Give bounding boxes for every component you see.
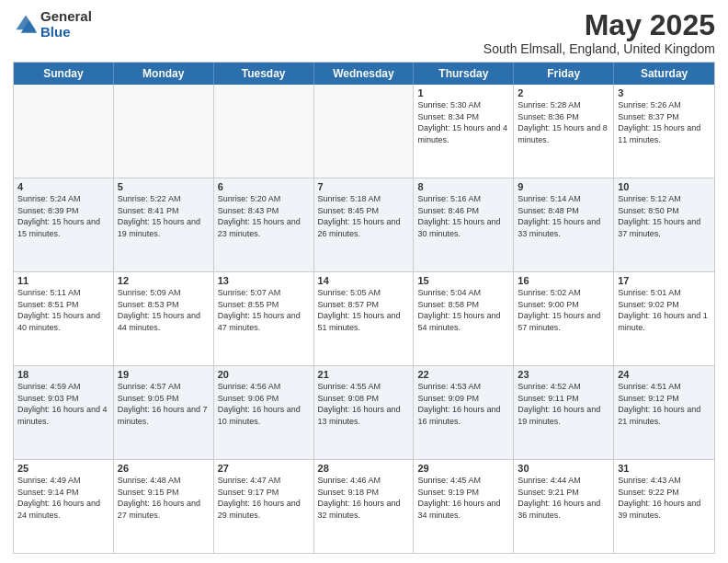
day-info: Sunrise: 5:12 AM Sunset: 8:50 PM Dayligh… xyxy=(618,193,711,239)
day-info: Sunrise: 4:43 AM Sunset: 9:22 PM Dayligh… xyxy=(618,475,711,521)
day-number: 12 xyxy=(118,275,210,286)
day-info: Sunrise: 4:53 AM Sunset: 9:09 PM Dayligh… xyxy=(417,381,509,427)
day-info: Sunrise: 4:46 AM Sunset: 9:18 PM Dayligh… xyxy=(318,475,410,521)
title-block: May 2025 South Elmsall, England, United … xyxy=(483,9,715,56)
day-number: 15 xyxy=(417,275,509,286)
day-info: Sunrise: 4:52 AM Sunset: 9:11 PM Dayligh… xyxy=(518,381,609,427)
day-info: Sunrise: 5:02 AM Sunset: 9:00 PM Dayligh… xyxy=(518,287,609,333)
header-cell-wednesday: Wednesday xyxy=(314,63,415,85)
day-info: Sunrise: 5:26 AM Sunset: 8:37 PM Dayligh… xyxy=(618,99,711,145)
calendar: SundayMondayTuesdayWednesdayThursdayFrid… xyxy=(13,62,715,554)
page: General Blue May 2025 South Elmsall, Eng… xyxy=(0,0,728,563)
day-number: 8 xyxy=(417,181,509,192)
day-number: 18 xyxy=(17,369,109,380)
header-cell-saturday: Saturday xyxy=(614,63,714,85)
day-number: 10 xyxy=(618,181,711,192)
day-number: 31 xyxy=(618,463,711,474)
calendar-cell: 1Sunrise: 5:30 AM Sunset: 8:34 PM Daylig… xyxy=(414,85,514,178)
day-number: 21 xyxy=(318,369,410,380)
logo: General Blue xyxy=(13,9,92,40)
day-number: 5 xyxy=(118,181,210,192)
day-number: 25 xyxy=(17,463,109,474)
day-number: 2 xyxy=(518,87,609,98)
day-info: Sunrise: 5:30 AM Sunset: 8:34 PM Dayligh… xyxy=(417,99,509,145)
logo-text: General Blue xyxy=(40,9,92,40)
day-number: 13 xyxy=(218,275,310,286)
calendar-cell: 29Sunrise: 4:45 AM Sunset: 9:19 PM Dayli… xyxy=(414,460,514,553)
calendar-header: SundayMondayTuesdayWednesdayThursdayFrid… xyxy=(14,63,714,85)
calendar-body: 1Sunrise: 5:30 AM Sunset: 8:34 PM Daylig… xyxy=(14,85,714,553)
calendar-cell: 31Sunrise: 4:43 AM Sunset: 9:22 PM Dayli… xyxy=(614,460,714,553)
day-info: Sunrise: 4:49 AM Sunset: 9:14 PM Dayligh… xyxy=(17,475,109,521)
day-number: 20 xyxy=(218,369,310,380)
day-number: 19 xyxy=(118,369,210,380)
day-info: Sunrise: 4:56 AM Sunset: 9:06 PM Dayligh… xyxy=(218,381,310,427)
calendar-cell: 13Sunrise: 5:07 AM Sunset: 8:55 PM Dayli… xyxy=(214,272,314,365)
calendar-cell xyxy=(314,85,415,178)
day-number: 28 xyxy=(318,463,410,474)
day-number: 11 xyxy=(17,275,109,286)
day-info: Sunrise: 5:01 AM Sunset: 9:02 PM Dayligh… xyxy=(618,287,711,333)
calendar-cell: 4Sunrise: 5:24 AM Sunset: 8:39 PM Daylig… xyxy=(14,178,114,271)
calendar-cell: 6Sunrise: 5:20 AM Sunset: 8:43 PM Daylig… xyxy=(214,178,314,271)
day-number: 29 xyxy=(417,463,509,474)
day-number: 16 xyxy=(518,275,609,286)
day-number: 23 xyxy=(518,369,609,380)
calendar-cell: 11Sunrise: 5:11 AM Sunset: 8:51 PM Dayli… xyxy=(14,272,114,365)
calendar-cell: 8Sunrise: 5:16 AM Sunset: 8:46 PM Daylig… xyxy=(414,178,514,271)
calendar-cell: 15Sunrise: 5:04 AM Sunset: 8:58 PM Dayli… xyxy=(414,272,514,365)
day-info: Sunrise: 4:47 AM Sunset: 9:17 PM Dayligh… xyxy=(218,475,310,521)
logo-general-text: General xyxy=(40,9,92,25)
calendar-cell: 21Sunrise: 4:55 AM Sunset: 9:08 PM Dayli… xyxy=(314,366,415,459)
calendar-cell: 28Sunrise: 4:46 AM Sunset: 9:18 PM Dayli… xyxy=(314,460,415,553)
calendar-cell: 17Sunrise: 5:01 AM Sunset: 9:02 PM Dayli… xyxy=(614,272,714,365)
day-info: Sunrise: 4:48 AM Sunset: 9:15 PM Dayligh… xyxy=(118,475,210,521)
header-cell-sunday: Sunday xyxy=(14,63,114,85)
day-number: 27 xyxy=(218,463,310,474)
calendar-cell: 7Sunrise: 5:18 AM Sunset: 8:45 PM Daylig… xyxy=(314,178,415,271)
header-cell-monday: Monday xyxy=(114,63,214,85)
day-info: Sunrise: 5:11 AM Sunset: 8:51 PM Dayligh… xyxy=(17,287,109,333)
logo-icon xyxy=(13,12,39,38)
calendar-cell: 24Sunrise: 4:51 AM Sunset: 9:12 PM Dayli… xyxy=(614,366,714,459)
calendar-row: 18Sunrise: 4:59 AM Sunset: 9:03 PM Dayli… xyxy=(14,365,714,459)
calendar-cell: 27Sunrise: 4:47 AM Sunset: 9:17 PM Dayli… xyxy=(214,460,314,553)
calendar-cell: 20Sunrise: 4:56 AM Sunset: 9:06 PM Dayli… xyxy=(214,366,314,459)
day-info: Sunrise: 5:22 AM Sunset: 8:41 PM Dayligh… xyxy=(118,193,210,239)
day-number: 14 xyxy=(318,275,410,286)
header-cell-friday: Friday xyxy=(514,63,614,85)
day-info: Sunrise: 5:16 AM Sunset: 8:46 PM Dayligh… xyxy=(417,193,509,239)
calendar-row: 4Sunrise: 5:24 AM Sunset: 8:39 PM Daylig… xyxy=(14,178,714,271)
calendar-cell xyxy=(214,85,314,178)
day-number: 7 xyxy=(318,181,410,192)
day-info: Sunrise: 4:44 AM Sunset: 9:21 PM Dayligh… xyxy=(518,475,609,521)
day-info: Sunrise: 5:07 AM Sunset: 8:55 PM Dayligh… xyxy=(218,287,310,333)
calendar-cell: 30Sunrise: 4:44 AM Sunset: 9:21 PM Dayli… xyxy=(514,460,614,553)
calendar-cell: 12Sunrise: 5:09 AM Sunset: 8:53 PM Dayli… xyxy=(114,272,214,365)
day-info: Sunrise: 4:59 AM Sunset: 9:03 PM Dayligh… xyxy=(17,381,109,427)
day-info: Sunrise: 5:09 AM Sunset: 8:53 PM Dayligh… xyxy=(118,287,210,333)
day-info: Sunrise: 4:57 AM Sunset: 9:05 PM Dayligh… xyxy=(118,381,210,427)
day-number: 24 xyxy=(618,369,711,380)
calendar-cell: 5Sunrise: 5:22 AM Sunset: 8:41 PM Daylig… xyxy=(114,178,214,271)
day-number: 4 xyxy=(17,181,109,192)
day-number: 1 xyxy=(417,87,509,98)
calendar-subtitle: South Elmsall, England, United Kingdom xyxy=(483,41,715,56)
day-number: 22 xyxy=(417,369,509,380)
header-cell-thursday: Thursday xyxy=(414,63,514,85)
calendar-cell: 2Sunrise: 5:28 AM Sunset: 8:36 PM Daylig… xyxy=(514,85,614,178)
calendar-row: 25Sunrise: 4:49 AM Sunset: 9:14 PM Dayli… xyxy=(14,459,714,553)
day-info: Sunrise: 4:45 AM Sunset: 9:19 PM Dayligh… xyxy=(417,475,509,521)
calendar-cell: 9Sunrise: 5:14 AM Sunset: 8:48 PM Daylig… xyxy=(514,178,614,271)
calendar-cell: 26Sunrise: 4:48 AM Sunset: 9:15 PM Dayli… xyxy=(114,460,214,553)
day-number: 3 xyxy=(618,87,711,98)
header-cell-tuesday: Tuesday xyxy=(214,63,314,85)
calendar-cell: 3Sunrise: 5:26 AM Sunset: 8:37 PM Daylig… xyxy=(614,85,714,178)
day-info: Sunrise: 5:04 AM Sunset: 8:58 PM Dayligh… xyxy=(417,287,509,333)
header: General Blue May 2025 South Elmsall, Eng… xyxy=(13,9,715,56)
day-info: Sunrise: 5:05 AM Sunset: 8:57 PM Dayligh… xyxy=(318,287,410,333)
day-info: Sunrise: 4:51 AM Sunset: 9:12 PM Dayligh… xyxy=(618,381,711,427)
day-number: 17 xyxy=(618,275,711,286)
day-info: Sunrise: 5:24 AM Sunset: 8:39 PM Dayligh… xyxy=(17,193,109,239)
calendar-cell xyxy=(114,85,214,178)
